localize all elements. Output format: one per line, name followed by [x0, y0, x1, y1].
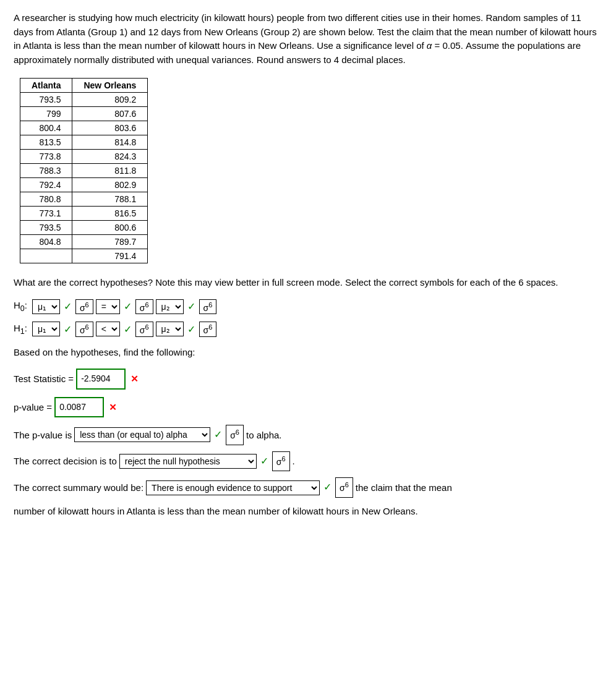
hypotheses-question: What are the correct hypotheses? Note th…: [14, 275, 602, 291]
h0-sigma1: σ6: [75, 299, 93, 315]
h0-mu1-check: ✓: [64, 301, 72, 312]
decision-sigma: σ6: [272, 451, 290, 472]
table-row: 789.7: [72, 235, 148, 249]
test-stat-label: Test Statistic =: [14, 370, 74, 387]
pvalue-comparison-row: The p-value is less than (or equal to) a…: [14, 425, 602, 445]
table-row: 773.8: [20, 150, 72, 164]
table-row: 793.5: [20, 93, 72, 107]
table-row: 788.1: [72, 192, 148, 207]
table-row: 792.4: [20, 178, 72, 192]
h1-sigma2: σ6: [135, 322, 153, 337]
h0-label: H0:: [14, 300, 27, 313]
h1-op-check: ✓: [124, 323, 132, 335]
final-line: number of kilowatt hours in Atlanta is l…: [14, 504, 602, 519]
pvalue-row: p-value = 0.0087 ✕: [14, 397, 602, 417]
table-row: 807.6: [72, 107, 148, 121]
pvalue-line-end: to alpha.: [246, 427, 282, 443]
table-row: 800.6: [72, 221, 148, 235]
h0-mu1-select[interactable]: μ₁μ₂x̄₁x̄₂: [32, 299, 60, 314]
table-row: 811.8: [72, 164, 148, 178]
summary-row: The correct summary would be: There is e…: [14, 477, 602, 498]
summary-line-start: The correct summary would be:: [14, 479, 143, 496]
decision-select[interactable]: reject the null hypothesis fail to rejec…: [119, 454, 257, 469]
summary-select[interactable]: There is enough evidence to support Ther…: [146, 480, 320, 495]
h1-mu1-check: ✓: [64, 323, 72, 335]
table-row: 793.5: [20, 221, 72, 235]
decision-row: The correct decision is to reject the nu…: [14, 451, 602, 472]
summary-line-end: the claim that the mean: [356, 479, 452, 496]
h1-row: H1: μ₁μ₂x̄₁x̄₂ ✓ σ6 <>=≤≥≠ ✓ σ6 μ₂μ₁x̄₁x…: [14, 322, 602, 337]
table-row: 813.5: [20, 135, 72, 150]
h1-mu1-select[interactable]: μ₁μ₂x̄₁x̄₂: [32, 322, 60, 336]
table-row: 799: [20, 107, 72, 121]
pvalue-line-start: The p-value is: [14, 427, 72, 443]
intro-paragraph: A researcher is studying how much electr…: [14, 11, 602, 67]
table-row: 803.6: [72, 121, 148, 135]
h1-label: H1:: [14, 323, 27, 336]
test-stat-row: Test Statistic = -2.5904 ✕: [14, 369, 602, 389]
based-on-label: Based on the hypotheses, find the follow…: [14, 344, 602, 360]
h1-operator-select[interactable]: <>=≤≥≠: [96, 322, 120, 336]
test-stat-input[interactable]: -2.5904: [76, 369, 126, 389]
table-row: 816.5: [72, 207, 148, 221]
table-row: [20, 249, 72, 263]
h0-mu2-check: ✓: [187, 301, 195, 312]
h0-operator-select[interactable]: =<>≤≥≠: [96, 299, 120, 314]
h0-mu2-select[interactable]: μ₂μ₁x̄₁x̄₂: [156, 299, 184, 314]
h0-op-check: ✓: [124, 301, 132, 312]
h0-sigma3: σ6: [199, 299, 217, 315]
table-row: 804.8: [20, 235, 72, 249]
pvalue-sigma: σ6: [226, 425, 244, 445]
decision-period: .: [293, 453, 295, 469]
pvalue-x[interactable]: ✕: [109, 399, 117, 416]
col-atlanta-header: Atlanta: [20, 79, 72, 93]
h1-mu2-select[interactable]: μ₂μ₁x̄₁x̄₂: [156, 322, 184, 336]
pvalue-label: p-value =: [14, 399, 52, 416]
decision-line-start: The correct decision is to: [14, 453, 117, 469]
summary-sigma: σ6: [335, 477, 353, 498]
h1-sigma3: σ6: [199, 322, 217, 337]
pvalue-comparison-select[interactable]: less than (or equal to) alpha greater th…: [74, 427, 210, 442]
h1-sigma1: σ6: [75, 322, 93, 337]
pvalue-check: ✓: [214, 426, 222, 444]
h0-row: H0: μ₁μ₂x̄₁x̄₂ ✓ σ6 =<>≤≥≠ ✓ σ6 μ₂μ₁x̄₁x…: [14, 299, 602, 315]
table-row: 802.9: [72, 178, 148, 192]
pvalue-input[interactable]: 0.0087: [54, 397, 104, 417]
h0-sigma2: σ6: [135, 299, 153, 315]
table-row: 800.4: [20, 121, 72, 135]
table-row: 780.8: [20, 192, 72, 207]
data-table: Atlanta New Orleans 793.5809.2799807.680…: [20, 78, 148, 263]
table-row: 809.2: [72, 93, 148, 107]
table-row: 824.3: [72, 150, 148, 164]
col-neworleans-header: New Orleans: [72, 79, 148, 93]
table-row: 788.3: [20, 164, 72, 178]
table-row: 773.1: [20, 207, 72, 221]
summary-check: ✓: [323, 479, 332, 497]
decision-check: ✓: [260, 453, 268, 471]
table-row: 791.4: [72, 249, 148, 263]
test-stat-x[interactable]: ✕: [130, 370, 139, 387]
table-row: 814.8: [72, 135, 148, 150]
h1-mu2-check: ✓: [187, 323, 195, 335]
